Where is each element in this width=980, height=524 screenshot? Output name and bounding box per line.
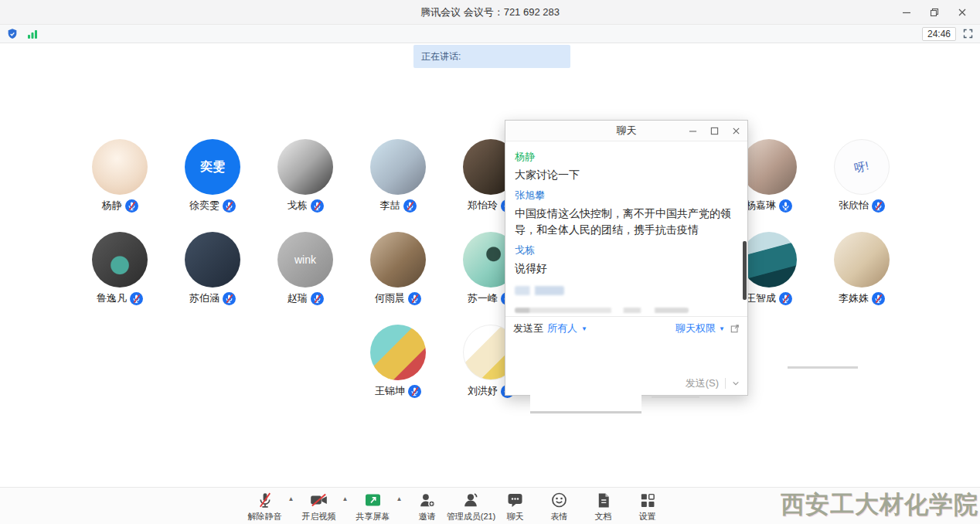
manage-members-label: 管理成员(21) [447, 511, 496, 522]
chat-maximize-button[interactable] [707, 124, 721, 138]
close-button[interactable] [951, 2, 974, 22]
chat-footer: 发送至 所有人 ▼ 聊天权限 ▼ 发送(S) [505, 316, 747, 395]
send-to-caret-icon[interactable]: ▼ [581, 325, 587, 332]
send-to-dropdown[interactable]: 所有人 [547, 322, 577, 335]
settings-button[interactable]: 设置 [628, 488, 667, 524]
participant-name-row: 王锦坤 [352, 384, 444, 398]
emoji-label: 表情 [551, 511, 568, 522]
mic-muted-badge-icon [872, 292, 885, 305]
participant-name: 赵瑞 [288, 291, 308, 305]
manage-members-button[interactable]: 管理成员(21) [452, 488, 491, 524]
participant-name-row: 李姝姝 [815, 291, 908, 305]
participant-name-row: 杨静 [73, 199, 166, 213]
send-options-caret-icon[interactable] [732, 379, 740, 387]
unmute-button[interactable]: 解除静音▲ [246, 488, 284, 524]
send-button[interactable]: 发送(S) [686, 376, 719, 390]
chat-permission-group: 聊天权限 ▼ [675, 322, 740, 335]
participant-tile[interactable]: 李姝姝 [815, 232, 908, 306]
screen-share-icon [364, 491, 383, 509]
participant-name-row: 徐奕雯 [166, 199, 259, 213]
start-video-button[interactable]: 开启视频▲ [300, 488, 339, 524]
avatar [185, 232, 240, 288]
doc-icon [594, 491, 612, 509]
mic-muted-badge-icon [311, 292, 324, 305]
mic-muted-badge-icon [223, 292, 236, 305]
redaction-block [530, 390, 641, 413]
chat-scrollbar-thumb[interactable] [743, 241, 747, 300]
mic-muted-badge-icon [408, 292, 421, 305]
share-screen-options-caret-icon[interactable]: ▲ [396, 495, 403, 502]
docs-button[interactable]: 文档 [584, 488, 623, 524]
chat-message-text: 大家讨论一下 [515, 167, 738, 183]
avatar [741, 232, 797, 288]
members-icon [461, 491, 481, 509]
participant-name: 杨嘉琳 [746, 199, 776, 213]
minimize-button[interactable] [895, 2, 918, 22]
participant-name-row: 赵瑞 [259, 291, 352, 305]
participant-name: 苏伯涵 [189, 291, 219, 305]
popout-chat-icon[interactable] [730, 324, 740, 333]
chat-icon [506, 491, 525, 509]
participant-name: 鲁逸凡 [97, 291, 127, 305]
chat-label: 聊天 [507, 511, 524, 522]
participant-name: 王智成 [746, 291, 776, 305]
invite-button[interactable]: 邀请 [408, 488, 447, 524]
chat-close-button[interactable] [729, 124, 743, 138]
participant-tile[interactable]: 王锦坤 [352, 325, 444, 399]
participant-name-row: 张欣怡 [815, 199, 908, 213]
emoji-button[interactable]: 表情 [540, 488, 579, 524]
chat-minimize-button[interactable] [686, 124, 699, 138]
network-signal-icon[interactable] [26, 28, 39, 40]
avatar [370, 139, 426, 195]
participant-name-row: 何雨晨 [352, 291, 444, 305]
participant-name: 戈栋 [288, 199, 308, 213]
chat-window: 聊天 杨静大家讨论一下张旭攀中国疫情这么快控制，离不开中国共产党的领导，和全体人… [505, 120, 748, 396]
participant-tile[interactable]: 鲁逸凡 [73, 232, 166, 306]
participant-name: 张欣怡 [839, 199, 869, 213]
settings-icon [638, 491, 656, 509]
participant-tile[interactable]: wink赵瑞 [259, 232, 352, 306]
chat-permission-caret-icon[interactable]: ▼ [719, 325, 725, 332]
chat-message-text: 说得好 [515, 260, 738, 277]
mic-muted-badge-icon [125, 199, 138, 213]
participant-tile[interactable]: 戈栋 [259, 139, 352, 213]
avatar [834, 232, 890, 288]
participant-tile[interactable]: 李喆 [352, 139, 444, 213]
meeting-stage: 正在讲话: 杨静奕雯徐奕雯戈栋李喆郑怡玲杨嘉琳呀!张欣怡鲁逸凡苏伯涵wink赵瑞… [0, 43, 980, 487]
avatar [741, 139, 797, 195]
participant-name: 郑怡玲 [468, 199, 498, 213]
redacted-chat-text [515, 308, 689, 313]
security-shield-icon[interactable] [6, 28, 19, 40]
invite-icon [417, 491, 437, 509]
participant-tile[interactable]: 呀!张欣怡 [815, 139, 908, 213]
avatar: wink [277, 232, 333, 288]
avatar [92, 232, 148, 288]
start-video-label: 开启视频 [302, 511, 336, 522]
chat-button[interactable]: 聊天 [496, 488, 535, 524]
fullscreen-icon[interactable] [962, 28, 974, 39]
unmute-options-caret-icon[interactable]: ▲ [288, 495, 294, 502]
chat-permission-dropdown[interactable]: 聊天权限 [675, 322, 716, 335]
redaction-block [788, 343, 858, 369]
start-video-options-caret-icon[interactable]: ▲ [342, 495, 349, 502]
unmute-label: 解除静音 [248, 511, 282, 522]
mic-muted-badge-icon [872, 199, 885, 213]
avatar [277, 139, 333, 195]
share-screen-button[interactable]: 共享屏幕▲ [354, 488, 393, 524]
participant-tile[interactable]: 杨静 [73, 139, 166, 213]
chat-message-text: 中国疫情这么快控制，离不开中国共产党的领导，和全体人民的团结，携手抗击疫情 [515, 206, 738, 238]
restore-button[interactable] [923, 2, 946, 22]
mic-muted-badge-icon [779, 292, 792, 305]
participant-name: 刘洪妤 [468, 384, 498, 398]
participant-tile[interactable]: 何雨晨 [352, 232, 444, 306]
participant-tile[interactable]: 苏伯涵 [166, 232, 259, 306]
avatar: 奕雯 [185, 139, 240, 195]
participant-tile[interactable]: 奕雯徐奕雯 [166, 139, 259, 213]
mic-muted-badge-icon [403, 199, 417, 213]
speaking-banner: 正在讲话: [413, 45, 570, 68]
topbar-right: 24:46 [922, 27, 974, 41]
participant-name-row: 苏伯涵 [166, 291, 259, 305]
send-to-row: 发送至 所有人 ▼ 聊天权限 ▼ [505, 317, 747, 340]
chat-input-area[interactable] [505, 340, 747, 372]
participant-name: 苏一峰 [468, 291, 498, 305]
